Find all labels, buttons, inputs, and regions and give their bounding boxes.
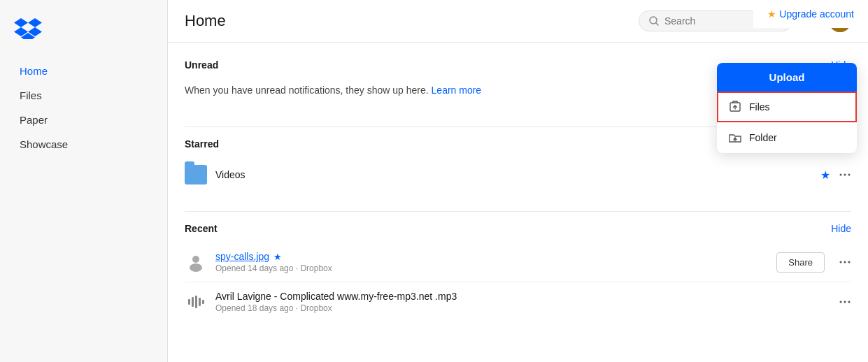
recent-file-meta-1: Opened 18 days ago · Dropbox bbox=[215, 303, 839, 313]
sidebar-item-showcase[interactable]: Showcase bbox=[6, 133, 162, 156]
share-button[interactable]: Share bbox=[776, 252, 825, 273]
dropdown-folder-button[interactable]: Folder bbox=[717, 122, 857, 153]
recent-section: Recent Hide spy-calls.jpg ★ Opened 14 d bbox=[185, 223, 851, 321]
ellipsis-icon bbox=[839, 256, 851, 268]
page-title: Home bbox=[185, 12, 226, 30]
upload-dropdown-menu: Upload Files Folder bbox=[717, 63, 857, 153]
recent-title: Recent bbox=[185, 223, 218, 234]
more-options-button[interactable] bbox=[839, 168, 851, 181]
divider-starred-recent bbox=[185, 211, 851, 212]
svg-point-9 bbox=[190, 263, 202, 272]
starred-item-actions: ★ bbox=[820, 168, 851, 182]
recent-item-actions-1 bbox=[839, 296, 851, 308]
star-icon: ★ bbox=[767, 8, 776, 20]
more-options-button-0[interactable] bbox=[839, 256, 851, 268]
more-options-button-1[interactable] bbox=[839, 296, 851, 308]
folder-upload-icon bbox=[728, 131, 742, 145]
image-file-icon bbox=[185, 249, 207, 275]
svg-point-7 bbox=[848, 174, 851, 176]
ellipsis-icon bbox=[839, 168, 851, 181]
unread-title: Unread bbox=[185, 59, 218, 71]
svg-point-12 bbox=[848, 261, 851, 263]
starred-item-videos: Videos ★ bbox=[185, 158, 851, 191]
svg-point-10 bbox=[840, 261, 842, 263]
upgrade-area: ★ Upgrade account bbox=[753, 0, 868, 28]
sidebar-logo bbox=[0, 11, 167, 59]
file-upload-icon bbox=[728, 100, 742, 114]
svg-point-11 bbox=[844, 261, 846, 263]
svg-point-14 bbox=[844, 301, 846, 303]
star-button[interactable]: ★ bbox=[820, 168, 830, 182]
folder-icon bbox=[185, 165, 207, 184]
main-content: ★ Upgrade account Home bbox=[168, 0, 868, 362]
dropbox-logo-icon bbox=[14, 17, 42, 39]
learn-more-link[interactable]: Learn more bbox=[432, 85, 482, 96]
recent-file-name-0: spy-calls.jpg ★ bbox=[215, 251, 776, 262]
svg-point-5 bbox=[840, 174, 842, 176]
dropdown-folder-label: Folder bbox=[749, 132, 777, 143]
audio-waveform-icon bbox=[188, 295, 204, 309]
svg-point-15 bbox=[848, 301, 851, 303]
audio-file-icon bbox=[185, 289, 207, 314]
recent-item-actions-0: Share bbox=[776, 252, 851, 273]
dropdown-files-label: Files bbox=[749, 101, 770, 113]
sidebar-navigation: Home Files Paper Showcase bbox=[0, 59, 167, 157]
search-icon bbox=[649, 16, 659, 26]
recent-file-info-0: spy-calls.jpg ★ Opened 14 days ago · Dro… bbox=[215, 251, 776, 273]
file-star-icon: ★ bbox=[273, 252, 282, 262]
recent-item-1: Avril Lavigne - Complicated www.my-free-… bbox=[185, 282, 851, 321]
svg-line-1 bbox=[656, 23, 658, 25]
person-icon bbox=[186, 252, 206, 272]
recent-hide-button[interactable]: Hide bbox=[831, 223, 851, 234]
svg-point-13 bbox=[840, 301, 842, 303]
upgrade-link[interactable]: Upgrade account bbox=[779, 8, 854, 20]
svg-point-6 bbox=[844, 174, 846, 176]
upload-button[interactable]: Upload bbox=[717, 63, 857, 92]
recent-file-link-0[interactable]: spy-calls.jpg bbox=[215, 251, 269, 262]
recent-file-info-1: Avril Lavigne - Complicated www.my-free-… bbox=[215, 291, 839, 313]
sidebar-item-paper[interactable]: Paper bbox=[6, 108, 162, 131]
sidebar-item-home[interactable]: Home bbox=[6, 59, 162, 82]
dropdown-files-button[interactable]: Files bbox=[717, 92, 857, 122]
svg-point-8 bbox=[192, 256, 199, 263]
recent-file-meta-0: Opened 14 days ago · Dropbox bbox=[215, 263, 776, 273]
starred-title: Starred bbox=[185, 138, 219, 150]
recent-section-header: Recent Hide bbox=[185, 223, 851, 234]
starred-item-name: Videos bbox=[215, 169, 820, 180]
sidebar-item-files[interactable]: Files bbox=[6, 84, 162, 107]
sidebar: Home Files Paper Showcase bbox=[0, 0, 168, 362]
recent-file-name-1: Avril Lavigne - Complicated www.my-free-… bbox=[215, 291, 839, 302]
recent-item-0: spy-calls.jpg ★ Opened 14 days ago · Dro… bbox=[185, 242, 851, 282]
ellipsis-icon bbox=[839, 296, 851, 308]
